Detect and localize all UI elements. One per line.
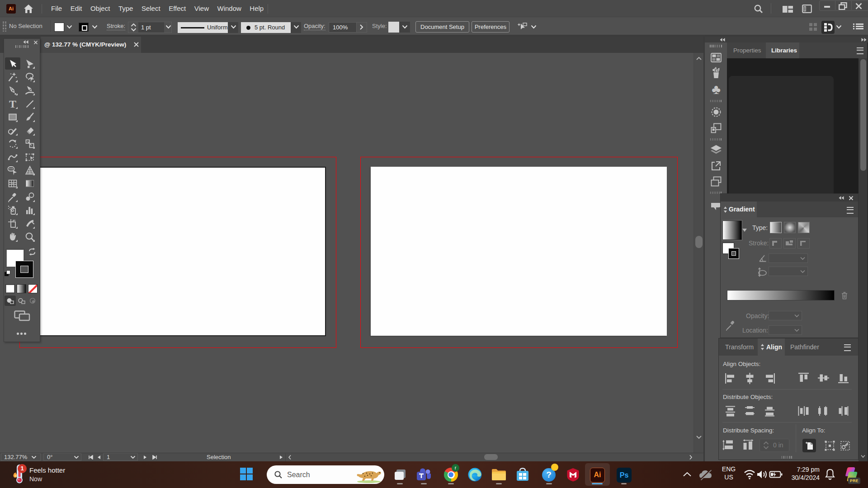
svg-text:T: T (9, 99, 16, 109)
